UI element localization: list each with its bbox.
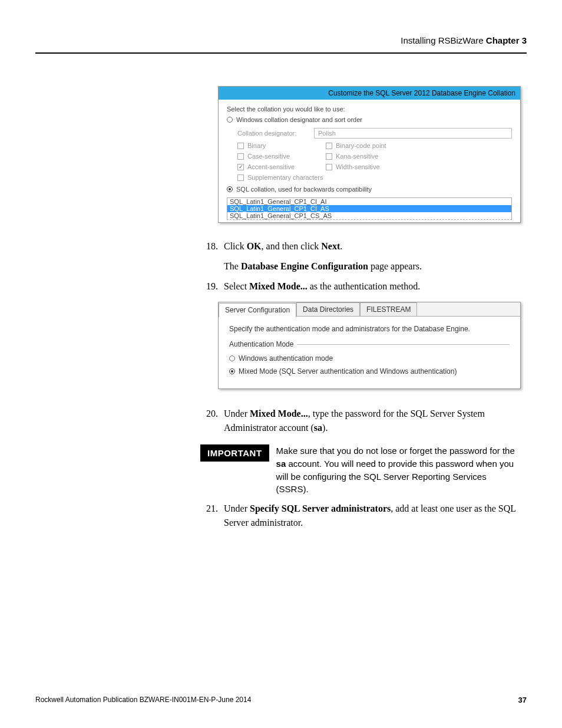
check-kana-sensitive[interactable]: Kana-sensitive <box>326 153 414 160</box>
check-supplementary[interactable]: Supplementary characters <box>237 174 355 181</box>
checkbox-icon <box>237 143 244 149</box>
check-width-sensitive[interactable]: Width-sensitive <box>326 163 414 170</box>
step-body: Click OK, and then click Next. <box>224 239 521 253</box>
auth-specify-text: Specify the authentication mode and admi… <box>229 325 510 333</box>
list-item[interactable]: SQL_Latin1_General_CP1_CI_AI <box>227 197 512 205</box>
check-binary[interactable]: Binary <box>237 142 326 149</box>
auth-body: Specify the authentication mode and admi… <box>219 317 520 388</box>
check-grid: Binary Binary-code point Case-sensitive … <box>237 142 512 181</box>
tab-row: Server Configuration Data Directories FI… <box>219 302 520 317</box>
list-item[interactable]: SQL_Latin1_General_CP1_CS_AS <box>227 212 512 220</box>
checkbox-icon <box>326 153 332 160</box>
collation-dialog: Customize the SQL Server 2012 Database E… <box>218 86 521 223</box>
checkbox-icon <box>326 143 332 149</box>
tab-filestream[interactable]: FILESTREAM <box>360 302 417 316</box>
main-content: Customize the SQL Server 2012 Database E… <box>200 86 521 530</box>
checkbox-icon <box>326 164 332 170</box>
radio-windows-collation[interactable]: Windows collation designator and sort or… <box>227 116 512 123</box>
checkbox-icon <box>237 174 244 181</box>
step-19: 19. Select Mixed Mode... as the authenti… <box>200 279 521 294</box>
tab-data-directories[interactable]: Data Directories <box>296 302 360 316</box>
important-badge: IMPORTANT <box>200 444 269 462</box>
radio-filled-icon <box>227 186 233 192</box>
step-18-sub: The Database Engine Configuration page a… <box>224 259 521 274</box>
step-body: Under Mixed Mode..., type the password f… <box>224 407 521 435</box>
designator-field[interactable]: Polish <box>314 128 512 139</box>
header-chapter: Chapter 3 <box>484 35 527 45</box>
designator-label: Collation designator: <box>237 130 314 137</box>
collation-intro: Select the collation you would like to u… <box>227 106 512 113</box>
radio-mixed-mode[interactable]: Mixed Mode (SQL Server authentication an… <box>229 367 510 375</box>
page-header: Installing RSBizWare Chapter 3 <box>35 35 527 54</box>
step-body: Select Mixed Mode... as the authenticati… <box>224 279 521 294</box>
step-body: Under Specify SQL Server administrators,… <box>224 502 521 530</box>
page-footer: Rockwell Automation Publication BZWARE-I… <box>35 696 527 704</box>
step-number: 19. <box>200 279 218 294</box>
step-number: 20. <box>200 407 218 435</box>
step-21: 21. Under Specify SQL Server administrat… <box>200 502 521 530</box>
checkbox-icon <box>237 153 244 160</box>
step-number: 21. <box>200 502 218 530</box>
radio-sql-label: SQL collation, used for backwards compat… <box>236 186 372 193</box>
radio-windows-label: Windows collation designator and sort or… <box>236 116 362 123</box>
check-case-sensitive[interactable]: Case-sensitive <box>237 153 326 160</box>
collation-body: Select the collation you would like to u… <box>219 100 520 222</box>
step-number: 18. <box>200 239 218 253</box>
important-text: Make sure that you do not lose or forget… <box>276 444 521 496</box>
checkbox-checked-icon <box>237 164 244 170</box>
footer-publication: Rockwell Automation Publication BZWARE-I… <box>35 696 251 704</box>
radio-windows-auth[interactable]: Windows authentication mode <box>229 354 510 363</box>
auth-mode-fieldset: Authentication Mode <box>229 340 510 348</box>
check-binary-code[interactable]: Binary-code point <box>326 142 414 149</box>
radio-empty-icon <box>227 117 233 123</box>
check-accent-sensitive[interactable]: Accent-sensitive <box>237 163 326 170</box>
tab-server-config[interactable]: Server Configuration <box>219 303 296 317</box>
step-20: 20. Under Mixed Mode..., type the passwo… <box>200 407 521 435</box>
header-section: Installing RSBizWare <box>401 35 483 45</box>
sql-collation-list[interactable]: SQL_Latin1_General_CP1_CI_AI SQL_Latin1_… <box>227 197 512 220</box>
footer-page-number: 37 <box>518 696 527 704</box>
step-18: 18. Click OK, and then click Next. <box>200 239 521 253</box>
radio-filled-icon <box>229 368 235 374</box>
list-item-selected[interactable]: SQL_Latin1_General_CP1_CI_AS <box>227 205 512 212</box>
collation-title: Customize the SQL Server 2012 Database E… <box>219 87 520 100</box>
radio-sql-collation[interactable]: SQL collation, used for backwards compat… <box>227 186 512 193</box>
important-callout: IMPORTANT Make sure that you do not lose… <box>200 444 521 496</box>
auth-dialog: Server Configuration Data Directories FI… <box>218 302 521 389</box>
radio-empty-icon <box>229 355 235 361</box>
designator-row: Collation designator: Polish <box>237 128 512 139</box>
